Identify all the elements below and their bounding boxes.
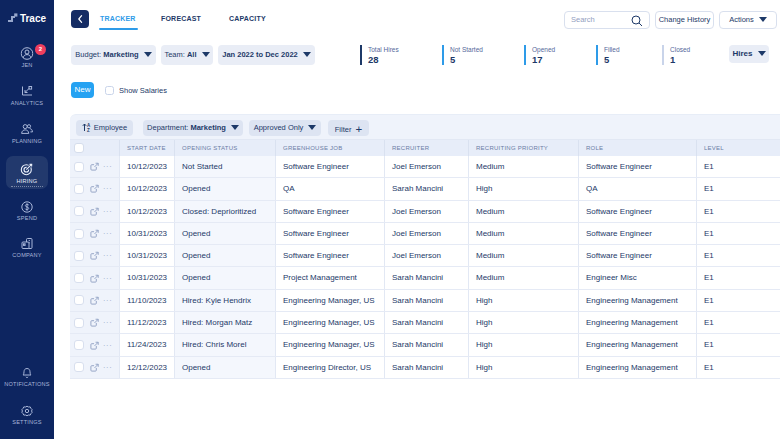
svg-text:Z: Z bbox=[87, 128, 90, 133]
